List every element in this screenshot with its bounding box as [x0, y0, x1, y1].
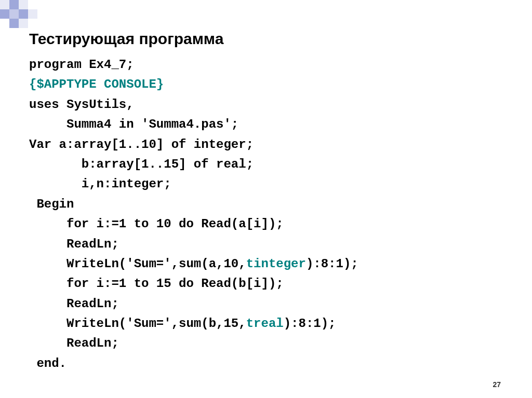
code-line: end. [29, 356, 66, 370]
code-block: program Ex4_7; {$APPTYPE CONSOLE} uses S… [29, 55, 511, 374]
code-line: Summa4 in 'Summa4.pas'; [29, 117, 238, 131]
code-token: ):8:1); [306, 257, 358, 271]
code-line: i,n:integer; [29, 177, 171, 191]
code-line: uses SysUtils, [29, 98, 134, 112]
code-line: program Ex4_7; [29, 58, 134, 72]
code-line: {$APPTYPE CONSOLE} [29, 77, 164, 91]
code-line: for i:=1 to 10 do Read(a[i]); [29, 217, 284, 231]
slide-content: Тестирующая программа program Ex4_7; {$A… [29, 30, 511, 374]
code-token: treal [246, 317, 284, 331]
code-line: b:array[1..15] of real; [29, 157, 254, 171]
slide-title: Тестирующая программа [29, 30, 511, 48]
code-line: for i:=1 to 15 do Read(b[i]); [29, 277, 284, 291]
code-line: Begin [29, 197, 74, 211]
code-line: ReadLn; [29, 336, 119, 350]
code-line: ReadLn; [29, 297, 119, 311]
code-line: Var a:array[1..10] of integer; [29, 138, 254, 152]
code-line: WriteLn('Sum=',sum(a,10, [29, 257, 246, 271]
code-line: WriteLn('Sum=',sum(b,15, [29, 317, 246, 331]
page-number: 27 [493, 380, 501, 389]
code-line: ReadLn; [29, 237, 119, 251]
code-token: ):8:1); [284, 317, 336, 331]
code-token: tinteger [246, 257, 306, 271]
